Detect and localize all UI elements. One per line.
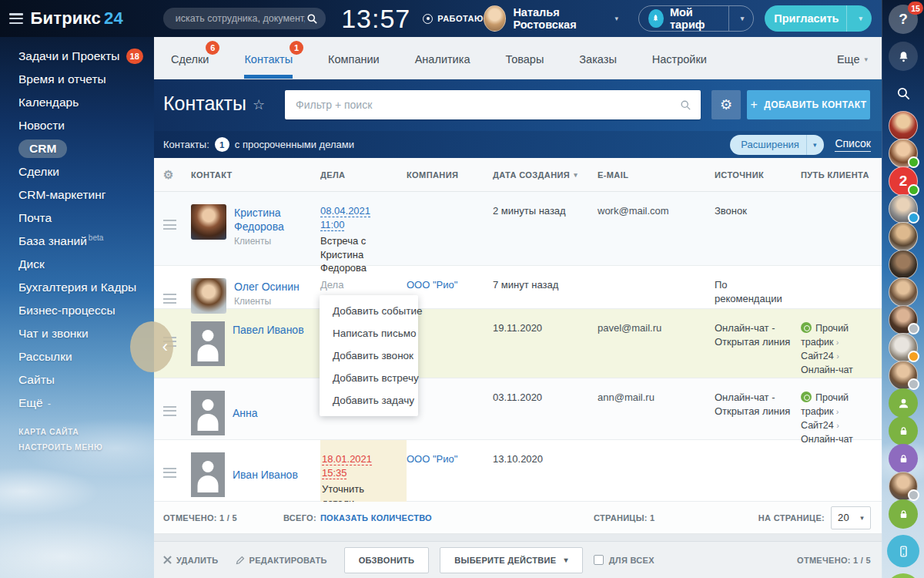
menu-burger-icon[interactable] — [9, 13, 23, 24]
menu-item-add-meeting[interactable]: Добавить встречу — [320, 367, 418, 389]
company-link[interactable]: ООО "Рио" — [407, 279, 457, 291]
table-row-ivan[interactable]: Иван Иванов 18.01.2021 15:35 Уточнить де… — [154, 440, 882, 502]
favorite-star-icon[interactable]: ☆ — [253, 96, 265, 113]
edit-button[interactable]: РЕДАКТИРОВАТЬ — [236, 556, 327, 565]
sidebar-search-icon[interactable] — [889, 79, 918, 108]
col-created[interactable]: ДАТА СОЗДАНИЯ▾ — [493, 170, 598, 180]
contact-name-link[interactable]: Анна — [233, 407, 258, 419]
user-avatar[interactable] — [484, 5, 507, 32]
menu-item-add-call[interactable]: Добавить звонок — [320, 344, 418, 367]
menu-item-add-task[interactable]: Добавить задачу — [320, 389, 418, 412]
chat-avatar[interactable] — [889, 361, 918, 390]
chevron-down-icon[interactable]: ▾ — [806, 135, 817, 155]
phone-call-icon[interactable] — [886, 573, 920, 578]
chat-avatar[interactable] — [889, 139, 918, 168]
sidebar-item-deals[interactable]: Сделки — [0, 160, 154, 183]
private-chat-lock-icon[interactable] — [889, 499, 918, 529]
tab-companies[interactable]: Компании — [328, 37, 380, 79]
table-row-pavel[interactable]: Павел Иванов 19.11.2020 pavel@mail.ru Он… — [154, 309, 882, 378]
per-page-select[interactable]: 20▾ — [831, 506, 871, 529]
filter-search[interactable] — [285, 90, 701, 119]
chat-avatar[interactable] — [889, 111, 918, 140]
filter-search-input[interactable] — [285, 99, 680, 111]
col-company[interactable]: КОМПАНИЯ — [407, 170, 493, 180]
contact-name-link[interactable]: Иван Иванов — [233, 469, 298, 481]
columns-gear-icon[interactable]: ⚙ — [163, 168, 191, 182]
add-contact-button[interactable]: +ДОБАВИТЬ КОНТАКТ — [747, 90, 870, 119]
work-status[interactable]: РАБОТАЮ — [423, 14, 484, 24]
tab-deals[interactable]: Сделки6 — [171, 37, 209, 79]
menu-item-add-event[interactable]: Добавить событие — [320, 300, 418, 322]
chevron-down-icon[interactable]: ▾ — [846, 5, 862, 32]
sidebar-item-mail[interactable]: Почта — [0, 207, 154, 230]
overdue-activity-link[interactable]: 18.01.2021 15:35 — [322, 452, 385, 479]
sidebar-item-knowledge-base[interactable]: База знанийbeta — [0, 230, 154, 253]
show-count-link[interactable]: ПОКАЗАТЬ КОЛИЧЕСТВО — [320, 513, 432, 523]
view-selector-list[interactable]: Список — [835, 137, 871, 152]
sidebar-item-time[interactable]: Время и отчеты — [0, 68, 154, 91]
table-row-anna[interactable]: Анна 03.11.2020 ann@mail.ru Онлайн-чат -… — [154, 378, 882, 440]
drag-handle-icon[interactable] — [163, 220, 176, 230]
tab-more[interactable]: Еще▾ — [837, 37, 868, 79]
sidebar-item-sites[interactable]: Сайты — [0, 368, 154, 391]
private-chat-lock-icon[interactable] — [889, 444, 918, 473]
guest-user-icon[interactable] — [889, 388, 918, 418]
col-source[interactable]: ИСТОЧНИК — [715, 170, 801, 180]
overdue-count-badge[interactable]: 1 — [215, 137, 229, 152]
chat-avatar[interactable] — [889, 277, 918, 307]
delete-button[interactable]: УДАЛИТЬ — [163, 556, 219, 565]
col-contact[interactable]: КОНТАКТ — [191, 170, 320, 180]
chat-avatar[interactable] — [889, 305, 918, 334]
contact-name-link[interactable]: Павел Иванов — [233, 324, 304, 336]
sidebar-item-drive[interactable]: Диск — [0, 253, 154, 276]
sidebar-item-crm-marketing[interactable]: CRM-маркетинг — [0, 183, 154, 207]
sidebar-item-calendar[interactable]: Календарь — [0, 91, 154, 114]
avatar-placeholder[interactable] — [191, 391, 225, 435]
tab-settings[interactable]: Настройки — [652, 37, 707, 79]
sidebar-item-tasks[interactable]: Задачи и Проекты18 — [0, 45, 154, 68]
sidebar-item-more[interactable]: Ещё- — [0, 391, 154, 415]
table-row-oleg[interactable]: Олег Осинин Клиенты Дела отсутствуют ООО… — [154, 266, 882, 309]
private-chat-lock-icon[interactable] — [889, 416, 918, 445]
global-search-input[interactable] — [174, 12, 306, 25]
checkbox-icon[interactable] — [594, 555, 604, 565]
col-client-path[interactable]: ПУТЬ КЛИЕНТА — [801, 170, 882, 180]
choose-action-dropdown[interactable]: ВЫБЕРИТЕ ДЕЙСТВИЕ▾ — [440, 547, 582, 573]
chevron-down-icon[interactable]: ▾ — [728, 6, 745, 31]
chat-avatar[interactable] — [889, 333, 918, 362]
invite-button[interactable]: Пригласить ▾ — [765, 5, 872, 32]
my-tariff-button[interactable]: Мой тариф ▾ — [638, 5, 754, 32]
unread-chat-counter[interactable]: 2 — [889, 166, 918, 196]
chat-avatar[interactable] — [889, 472, 918, 501]
tab-products[interactable]: Товары — [505, 37, 544, 79]
chat-avatar[interactable] — [889, 194, 918, 223]
tab-contacts[interactable]: Контакты1 — [244, 37, 293, 79]
sidebar-item-hr[interactable]: Бухгалтерия и Кадры — [0, 276, 154, 299]
call-button[interactable]: ОБЗВОНИТЬ — [344, 547, 430, 573]
sidebar-item-news[interactable]: Новости — [0, 114, 154, 137]
work-clock[interactable]: 13:57 — [341, 4, 410, 34]
menu-item-write-email[interactable]: Написать письмо — [320, 322, 418, 344]
avatar-placeholder[interactable] — [191, 452, 225, 497]
company-link[interactable]: ООО "Рио" — [407, 453, 457, 465]
sidebar-item-workflows[interactable]: Бизнес-процессы — [0, 299, 154, 322]
drag-handle-icon[interactable] — [163, 294, 176, 304]
bitrix24-logo[interactable]: Битрикс24 — [31, 8, 123, 29]
tab-analytics[interactable]: Аналитика — [415, 37, 470, 79]
drag-handle-icon[interactable] — [163, 406, 176, 416]
contact-name-link[interactable]: Кристина Федорова — [234, 207, 284, 233]
help-button[interactable]: ?15 — [889, 5, 918, 34]
extensions-button[interactable]: Расширения ▾ — [730, 135, 824, 155]
col-email[interactable]: E-MAIL — [598, 170, 715, 180]
avatar[interactable] — [191, 204, 226, 240]
settings-gear-button[interactable]: ⚙ — [711, 90, 741, 119]
contact-name-link[interactable]: Олег Осинин — [234, 281, 300, 293]
for-all-checkbox[interactable]: ДЛЯ ВСЕХ — [594, 555, 654, 565]
sidebar-sitemap-link[interactable]: КАРТА САЙТА — [0, 424, 154, 439]
notifications-bell-icon[interactable] — [889, 42, 918, 71]
col-activities[interactable]: ДЕЛА — [320, 170, 407, 180]
avatar-placeholder[interactable] — [191, 321, 225, 366]
tab-orders[interactable]: Заказы — [579, 37, 616, 79]
table-row-kristina[interactable]: Кристина Федорова Клиенты 08.04.2021 11:… — [154, 192, 882, 266]
drag-handle-icon[interactable] — [163, 468, 176, 478]
